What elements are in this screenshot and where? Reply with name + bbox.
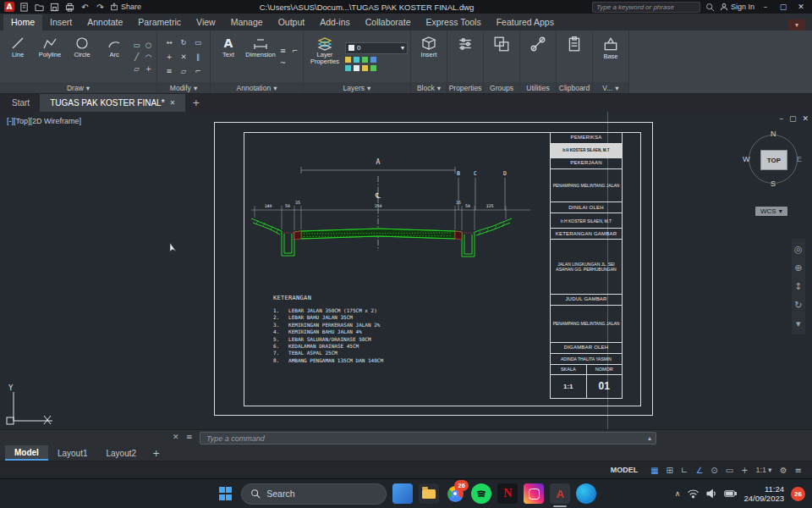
- layer-lock-icon[interactable]: [362, 57, 368, 63]
- keyword-search-input[interactable]: [592, 2, 700, 13]
- lineweight-icon[interactable]: ▭: [722, 466, 737, 475]
- ribbon-tab-featured-apps[interactable]: Featured Apps: [489, 14, 562, 30]
- text-tool-button[interactable]: A Text: [213, 32, 244, 80]
- pan-icon[interactable]: ⊕: [794, 262, 802, 273]
- file-tab-document[interactable]: TUGAS PAK KOSTER FINAL* ✕: [40, 94, 185, 112]
- ribbon-tab-home[interactable]: Home: [3, 14, 42, 30]
- model-tab[interactable]: Model: [5, 445, 48, 461]
- netflix-icon[interactable]: N: [497, 483, 518, 504]
- table-tool-icon[interactable]: ⌐: [289, 45, 300, 56]
- ribbon-tab-view[interactable]: View: [189, 14, 223, 30]
- maximize-button[interactable]: ▢: [776, 3, 790, 11]
- sign-in-button[interactable]: Sign In: [720, 3, 754, 11]
- trim-tool-icon[interactable]: ▭: [191, 36, 205, 49]
- layer-isolate-icon[interactable]: [370, 57, 376, 63]
- viewport-restore-icon[interactable]: ▢: [789, 114, 797, 123]
- hatch-tool-icon[interactable]: ▱: [131, 63, 142, 74]
- settings-gear-icon[interactable]: ⚙: [776, 466, 791, 475]
- layer-state-icon[interactable]: [345, 57, 351, 63]
- layer-freeze-icon[interactable]: [354, 57, 359, 63]
- line-tool-button[interactable]: Line: [3, 32, 33, 80]
- layer-off-icon[interactable]: [345, 65, 351, 71]
- arc-tool-button[interactable]: Arc: [99, 32, 129, 80]
- arc-small-tool-icon[interactable]: ◠: [143, 51, 154, 62]
- fillet-tool-icon[interactable]: ▱: [177, 64, 190, 78]
- new-drawing-tab-button[interactable]: +: [185, 94, 206, 112]
- layer-walk-icon[interactable]: [362, 65, 368, 71]
- groups-panel-label[interactable]: Groups: [484, 82, 519, 93]
- dimension-tool-button[interactable]: Dimension: [245, 32, 276, 80]
- current-layer-dropdown[interactable]: 0 ▾: [345, 42, 408, 54]
- viewport-controls-label[interactable]: [-][Top][2D Wireframe]: [7, 117, 81, 125]
- open-file-icon[interactable]: [34, 2, 45, 13]
- close-tab-icon[interactable]: ✕: [170, 99, 176, 107]
- widgets-icon[interactable]: [392, 483, 413, 504]
- edge-icon[interactable]: [576, 483, 596, 504]
- battery-icon[interactable]: [724, 489, 737, 498]
- explode-tool-icon[interactable]: ⌐: [191, 64, 205, 78]
- ribbon-tab-addins[interactable]: Add-ins: [312, 14, 358, 30]
- layer-match-icon[interactable]: [354, 65, 359, 71]
- undo-icon[interactable]: ↶: [80, 2, 91, 13]
- layers-panel-label[interactable]: Layers▾: [304, 82, 410, 93]
- autocad-taskbar-icon[interactable]: A: [550, 483, 570, 504]
- insert-block-button[interactable]: Insert: [414, 32, 444, 80]
- viewcube-east-label[interactable]: E: [797, 155, 802, 163]
- chrome-icon[interactable]: 26: [445, 483, 465, 504]
- command-input[interactable]: [205, 433, 648, 444]
- circle-tool-button[interactable]: Circle: [67, 32, 97, 80]
- hidden-icons-button[interactable]: ∧: [675, 489, 681, 498]
- copy-tool-icon[interactable]: +: [162, 50, 176, 64]
- viewport-minimize-icon[interactable]: –: [779, 114, 783, 123]
- print-icon[interactable]: [64, 2, 75, 13]
- rotate-tool-icon[interactable]: ↻: [177, 36, 190, 49]
- ribbon-tab-express-tools[interactable]: Express Tools: [418, 14, 488, 30]
- command-input-field[interactable]: ▴: [200, 432, 656, 444]
- model-space-label[interactable]: MODEL: [611, 466, 639, 474]
- autocad-logo-icon[interactable]: A: [4, 2, 14, 12]
- new-file-icon[interactable]: [19, 2, 30, 13]
- drawing-viewport[interactable]: [-][Top][2D Wireframe] – ▢ ✕ N W S E TOP…: [0, 112, 812, 429]
- ribbon-tab-parametric[interactable]: Parametric: [130, 14, 189, 30]
- spotify-icon[interactable]: [471, 483, 491, 504]
- share-button[interactable]: Share: [110, 3, 141, 11]
- minimize-button[interactable]: –: [759, 3, 772, 11]
- ellipse-tool-icon[interactable]: ○: [143, 39, 154, 50]
- object-snap-icon[interactable]: ⊙: [707, 466, 721, 475]
- base-button[interactable]: Base: [595, 32, 626, 80]
- instagram-icon[interactable]: [524, 483, 544, 504]
- view-panel-label[interactable]: V...▾: [593, 82, 628, 93]
- viewcube-south-label[interactable]: S: [771, 179, 776, 188]
- grid-icon[interactable]: ▦: [647, 466, 661, 475]
- clock[interactable]: 11:24 24/09/2023: [743, 484, 784, 504]
- taskbar-search[interactable]: Search: [241, 483, 387, 505]
- viewcube-top-face[interactable]: TOP: [760, 150, 787, 170]
- close-commandline-icon[interactable]: ✕: [173, 433, 179, 441]
- customization-menu-icon[interactable]: ≡: [792, 466, 805, 475]
- notification-badge[interactable]: 26: [791, 487, 805, 501]
- viewport-close-icon[interactable]: ✕: [802, 114, 809, 123]
- properties-panel-label[interactable]: Properties: [447, 82, 483, 93]
- groups-button[interactable]: [486, 32, 517, 80]
- utilities-button[interactable]: [523, 32, 553, 80]
- properties-button[interactable]: [450, 32, 480, 80]
- polyline-tool-button[interactable]: Polyline: [35, 32, 65, 80]
- point-tool-icon[interactable]: +: [143, 63, 154, 74]
- annotation-panel-label[interactable]: Annotation▾: [211, 82, 303, 93]
- steering-wheel-icon[interactable]: ◎: [794, 244, 803, 255]
- ribbon-collapse-button[interactable]: ▾: [788, 19, 805, 30]
- file-tab-start[interactable]: Start: [2, 94, 40, 112]
- new-layout-button[interactable]: +: [145, 445, 167, 461]
- customize-commandline-icon[interactable]: ≡: [186, 433, 193, 441]
- viewcube-north-label[interactable]: N: [771, 130, 776, 138]
- polar-tracking-icon[interactable]: ∠: [692, 466, 706, 475]
- utilities-panel-label[interactable]: Utilities: [520, 82, 556, 93]
- dynamic-input-icon[interactable]: +: [738, 466, 751, 475]
- erase-tool-icon[interactable]: ✕: [177, 50, 190, 64]
- mirror-tool-icon[interactable]: ≡: [162, 64, 176, 78]
- save-icon[interactable]: [49, 2, 60, 13]
- search-icon[interactable]: [705, 2, 716, 13]
- close-button[interactable]: ✕: [794, 3, 808, 11]
- snap-mode-icon[interactable]: ⊞: [663, 466, 677, 475]
- annotation-scale[interactable]: 1:1 ▾: [753, 466, 776, 474]
